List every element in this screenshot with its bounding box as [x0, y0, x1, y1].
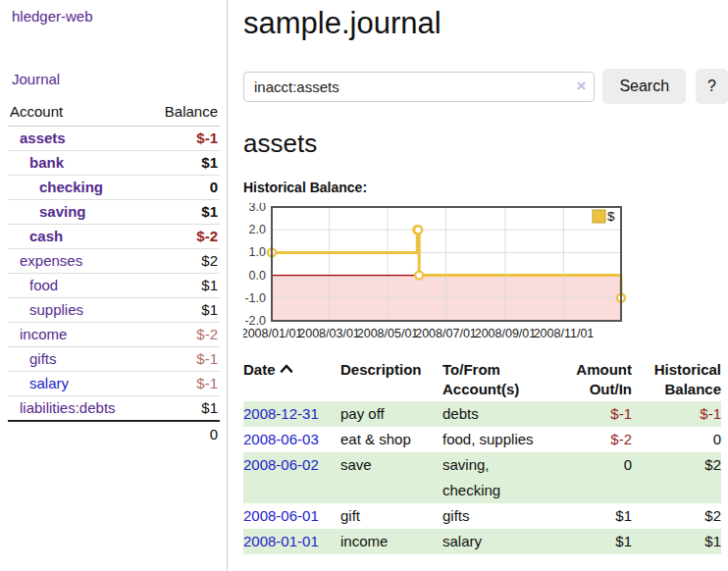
- svg-text:-1.0: -1.0: [244, 291, 266, 305]
- account-link[interactable]: gifts: [29, 350, 57, 367]
- table-row: 2008-01-01incomesalary$1$1: [243, 529, 721, 554]
- table-row: 2008-12-31pay offdebts$-1$-1: [243, 401, 721, 427]
- register-balance-cell: $2: [632, 503, 721, 529]
- svg-text:2008/11/01: 2008/11/01: [534, 327, 595, 340]
- account-balance: $1: [147, 151, 220, 176]
- register-amount-cell: $1: [572, 503, 632, 529]
- register-amount-cell: 0: [572, 452, 632, 503]
- account-balance: $-2: [147, 323, 220, 347]
- table-row: 2008-06-03eat & shopfood, supplies$-20: [243, 427, 721, 452]
- table-row: 2008-06-02savesaving, checking0$2: [243, 452, 721, 503]
- sidebar: hledger-web Journal Account Balance asse…: [0, 0, 228, 571]
- account-link[interactable]: income: [20, 326, 67, 342]
- sidebar-account-row: saving$1: [8, 200, 220, 225]
- register-date-cell: 2008-01-01: [243, 529, 340, 554]
- register-date-cell: 2008-12-31: [243, 401, 340, 427]
- sidebar-item-journal[interactable]: Journal: [12, 71, 227, 87]
- sidebar-account-row: assets$-1: [8, 127, 220, 151]
- search-box: ×: [243, 72, 595, 102]
- account-balance: $-1: [147, 127, 220, 151]
- register-description-cell: pay off: [340, 401, 442, 427]
- register-amount-cell: $1: [572, 529, 632, 554]
- table-row: 2008-06-01giftgifts$1$2: [243, 503, 721, 529]
- register-balance-cell: $-1: [632, 401, 721, 427]
- account-cell: assets: [8, 127, 147, 151]
- register-date-link[interactable]: 2008-06-01: [243, 507, 319, 524]
- register-date-link[interactable]: 2008-01-01: [243, 533, 319, 549]
- register-header-row: Date Description To/From Account(s) Amou…: [243, 359, 721, 401]
- search-form: × Search ?: [243, 69, 728, 104]
- register-date-cell: 2008-06-03: [243, 427, 340, 452]
- account-link[interactable]: expenses: [20, 252, 82, 269]
- app-title-link[interactable]: hledger-web: [12, 8, 227, 25]
- register-date-link[interactable]: 2008-06-02: [243, 456, 319, 473]
- account-link[interactable]: liabilities:debts: [20, 399, 116, 416]
- register-header-balance: Historical Balance: [632, 359, 721, 401]
- svg-text:2008/09/01: 2008/09/01: [475, 327, 537, 340]
- account-link[interactable]: saving: [39, 203, 86, 220]
- register-date-link[interactable]: 2008-06-03: [243, 431, 319, 447]
- search-input[interactable]: [243, 72, 595, 102]
- register-accounts-cell: salary: [442, 529, 572, 554]
- help-button[interactable]: ?: [696, 69, 728, 104]
- account-cell: gifts: [8, 347, 147, 372]
- account-link[interactable]: food: [29, 277, 58, 293]
- sidebar-account-row: supplies$1: [8, 298, 220, 323]
- account-cell: bank: [8, 151, 147, 176]
- accounts-table-header-row: Account Balance: [8, 100, 220, 127]
- svg-text:0.0: 0.0: [249, 269, 266, 283]
- account-cell: supplies: [8, 298, 147, 323]
- svg-text:$: $: [607, 209, 615, 224]
- register-date-cell: 2008-06-02: [243, 452, 340, 503]
- register-amount-cell: $-1: [572, 401, 632, 427]
- account-cell: salary: [8, 372, 147, 396]
- register-accounts-cell: saving, checking: [442, 452, 572, 503]
- svg-text:3.0: 3.0: [249, 203, 266, 214]
- register-description-cell: gift: [340, 503, 442, 529]
- account-cell: cash: [8, 225, 147, 249]
- svg-text:1.0: 1.0: [249, 245, 266, 259]
- account-cell: checking: [8, 176, 147, 200]
- account-link[interactable]: supplies: [29, 301, 83, 318]
- svg-text:2.0: 2.0: [249, 223, 266, 236]
- svg-text:2008/07/01: 2008/07/01: [415, 327, 477, 340]
- sidebar-account-row: income$-2: [8, 323, 220, 347]
- account-balance: $1: [147, 200, 220, 225]
- account-link[interactable]: checking: [39, 179, 103, 195]
- register-accounts-cell: food, supplies: [442, 427, 572, 452]
- register-accounts-cell: debts: [442, 401, 572, 427]
- accounts-header-account: Account: [8, 100, 147, 127]
- account-link[interactable]: salary: [29, 375, 69, 391]
- main-content: sample.journal × Search ? assets Histori…: [229, 0, 728, 554]
- register-header-description: Description: [340, 359, 442, 401]
- sidebar-account-row: bank$1: [8, 151, 220, 176]
- register-amount-cell: $-2: [572, 427, 632, 452]
- account-balance: $1: [147, 298, 220, 323]
- register-header-accounts: To/From Account(s): [442, 359, 572, 401]
- account-link[interactable]: assets: [20, 130, 66, 146]
- sidebar-account-row: gifts$-1: [8, 347, 220, 372]
- accounts-total-value: 0: [147, 421, 220, 446]
- sidebar-account-row: cash$-2: [8, 225, 220, 249]
- account-cell: saving: [8, 200, 147, 225]
- register-table: Date Description To/From Account(s) Amou…: [243, 359, 721, 554]
- register-header-date[interactable]: Date: [243, 359, 340, 401]
- account-link[interactable]: bank: [29, 154, 64, 171]
- register-description-cell: income: [340, 529, 442, 554]
- register-header-amount: Amount Out/In: [572, 359, 632, 401]
- account-link[interactable]: cash: [29, 228, 63, 244]
- account-cell: food: [8, 274, 147, 298]
- account-balance: $1: [147, 396, 220, 422]
- register-date-link[interactable]: 2008-12-31: [243, 405, 319, 422]
- register-description-cell: eat & shop: [340, 427, 442, 452]
- register-date-cell: 2008-06-01: [243, 503, 340, 529]
- clear-search-icon[interactable]: ×: [576, 76, 586, 97]
- search-button[interactable]: Search: [602, 69, 686, 104]
- accounts-balance-table: Account Balance assets$-1bank$1checking0…: [8, 100, 220, 446]
- date-header-label: Date: [243, 361, 276, 378]
- account-balance: $2: [147, 249, 220, 274]
- account-balance: $-2: [147, 225, 220, 249]
- accounts-header-balance: Balance: [147, 100, 220, 127]
- svg-text:2008/01/01: 2008/01/01: [243, 327, 302, 340]
- account-cell: liabilities:debts: [8, 396, 147, 422]
